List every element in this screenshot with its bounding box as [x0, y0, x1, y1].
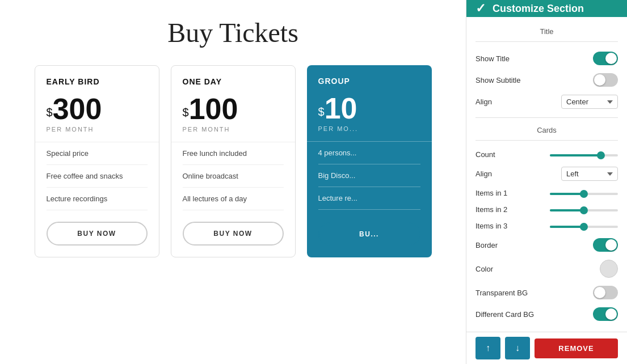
cards-align-row: Align Left Center Right	[475, 163, 618, 185]
feature-3-3: Lecture re...	[318, 187, 420, 210]
items-in-2-thumb	[580, 206, 588, 214]
card-price-3: $ 10	[318, 94, 420, 123]
different-card-bg-toggle[interactable]	[593, 307, 618, 321]
cards-align-label: Align	[475, 170, 492, 178]
align-row: Align Left Center Right	[475, 91, 618, 113]
show-title-row: Show Title	[475, 48, 618, 69]
cards-align-select[interactable]: Left Center Right	[561, 167, 618, 181]
buy-btn-3[interactable]: BU...	[318, 222, 420, 246]
price-amount-3: 10	[325, 94, 357, 123]
show-subtitle-toggle[interactable]	[593, 73, 618, 87]
items-in-2-row: Items in 2	[475, 201, 618, 218]
items-in-1-row: Items in 1	[475, 185, 618, 201]
items-in-2-fill	[550, 209, 584, 211]
card-price-1: $ 300	[47, 94, 148, 124]
feature-1-3: Lecture recordings	[47, 188, 148, 210]
feature-3-2: Big Disco...	[318, 164, 420, 187]
arrow-up-icon: ↑	[486, 343, 490, 353]
price-dollar-2: $	[183, 106, 189, 119]
arrow-down-icon: ↓	[515, 343, 520, 353]
check-icon: ✓	[475, 1, 486, 16]
items-in-1-slider[interactable]	[550, 193, 618, 195]
border-row: Border	[475, 234, 618, 256]
panel-title: Customize Section	[493, 3, 584, 15]
feature-2-2: Online broadcast	[183, 165, 284, 188]
items-in-3-fill	[550, 226, 584, 228]
price-period-2: PER MONTH	[183, 126, 284, 133]
pricing-card-one-day: ONE DAY $ 100 PER MONTH Free lunch inclu…	[171, 65, 296, 257]
color-row: Color	[475, 256, 618, 282]
transparent-bg-row: Transparent BG	[475, 282, 618, 303]
price-period-1: PER MONTH	[47, 126, 148, 133]
items-in-2-label: Items in 2	[475, 205, 507, 214]
main-area: Buy Tickets EARLY BIRD $ 300 PER MONTH S…	[0, 0, 466, 364]
items-in-1-thumb	[580, 190, 588, 198]
items-in-2-slider[interactable]	[550, 209, 618, 211]
border-thumb	[605, 239, 617, 251]
panel-header: ✓ Customize Section	[466, 0, 627, 17]
feature-2-1: Free lunch included	[183, 142, 284, 165]
remove-button[interactable]: REMOVE	[535, 338, 618, 358]
card-tier-3: GROUP	[318, 77, 420, 86]
right-panel: ✓ Customize Section Title Show Title Sho…	[466, 0, 627, 364]
items-in-1-fill	[550, 193, 584, 195]
color-label: Color	[475, 265, 493, 273]
card-tier-2: ONE DAY	[183, 77, 284, 86]
items-in-3-thumb	[580, 223, 588, 231]
color-swatch[interactable]	[600, 260, 618, 278]
card-price-2: $ 100	[183, 94, 284, 124]
price-period-3: PER MO...	[318, 125, 420, 132]
move-down-button[interactable]: ↓	[505, 337, 530, 359]
items-in-3-row: Items in 3	[475, 218, 618, 234]
different-card-bg-thumb	[605, 308, 617, 320]
transparent-bg-label: Transparent BG	[475, 289, 528, 297]
align-label: Align	[475, 98, 492, 106]
show-subtitle-row: Show Subtitle	[475, 69, 618, 91]
border-label: Border	[475, 241, 498, 249]
show-subtitle-thumb	[594, 74, 605, 86]
price-dollar-1: $	[47, 106, 53, 119]
move-up-button[interactable]: ↑	[475, 337, 500, 359]
panel-footer: ↑ ↓ REMOVE	[466, 332, 627, 364]
cards-container: EARLY BIRD $ 300 PER MONTH Special price…	[11, 65, 455, 257]
show-subtitle-label: Show Subtitle	[475, 76, 521, 84]
page-title: Buy Tickets	[167, 17, 298, 48]
feature-3-1: 4 persons...	[318, 142, 420, 164]
price-amount-2: 100	[189, 94, 238, 124]
items-in-3-label: Items in 3	[475, 222, 507, 230]
buy-btn-2[interactable]: BUY NOW	[183, 222, 284, 246]
items-in-3-slider[interactable]	[550, 226, 618, 228]
transparent-bg-toggle[interactable]	[593, 286, 618, 299]
count-slider[interactable]	[550, 154, 618, 156]
feature-2-3: All lectures of a day	[183, 188, 284, 210]
items-in-1-label: Items in 1	[475, 189, 507, 197]
count-row: Count	[475, 146, 618, 163]
feature-1-2: Free coffee and snacks	[47, 165, 148, 188]
show-title-label: Show Title	[475, 54, 510, 63]
section-label-title: Title	[475, 24, 618, 42]
pricing-card-group: GROUP $ 10 PER MO... 4 persons... Big Di…	[307, 65, 432, 257]
border-toggle[interactable]	[593, 238, 618, 252]
section-label-cards: Cards	[475, 122, 618, 141]
pricing-card-early-bird: EARLY BIRD $ 300 PER MONTH Special price…	[35, 65, 159, 257]
different-card-bg-label: Different Card BG	[475, 310, 534, 319]
different-card-bg-row: Different Card BG	[475, 303, 618, 325]
price-amount-1: 300	[53, 94, 102, 124]
align-select[interactable]: Left Center Right	[561, 95, 618, 109]
count-label: Count	[475, 150, 495, 159]
count-slider-fill	[550, 154, 601, 156]
feature-1-1: Special price	[47, 142, 148, 165]
panel-body: Title Show Title Show Subtitle Align Lef…	[466, 17, 627, 332]
buy-btn-1[interactable]: BUY NOW	[47, 222, 148, 246]
show-title-thumb	[605, 53, 617, 64]
card-features-2: Free lunch included Online broadcast All…	[183, 142, 284, 210]
transparent-bg-thumb	[594, 287, 605, 298]
card-features-1: Special price Free coffee and snacks Lec…	[47, 142, 148, 210]
show-title-toggle[interactable]	[593, 52, 618, 65]
count-slider-thumb	[597, 151, 605, 159]
card-features-3: 4 persons... Big Disco... Lecture re...	[318, 142, 420, 211]
card-tier-1: EARLY BIRD	[47, 77, 148, 86]
price-dollar-3: $	[318, 105, 325, 118]
